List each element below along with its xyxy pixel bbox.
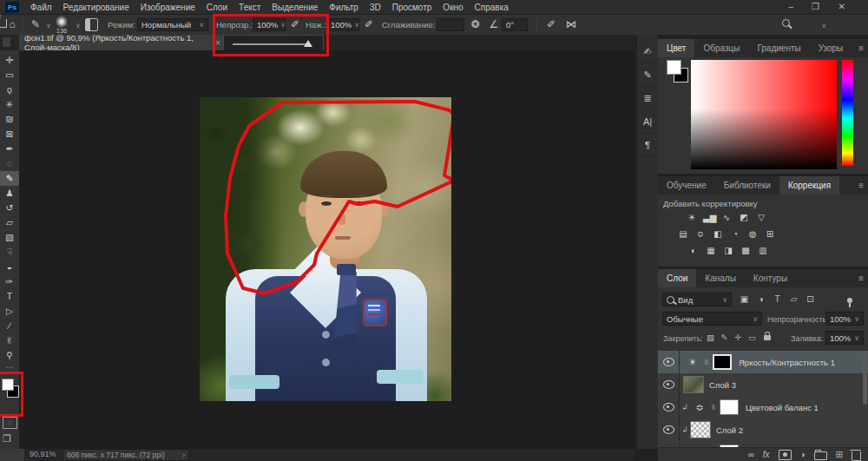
lock-all-icon[interactable] [764, 331, 771, 342]
canvas-area[interactable] [19, 50, 635, 449]
menu-item[interactable]: Текст [239, 3, 260, 12]
lock-artboard-icon[interactable]: ▭ [746, 332, 758, 344]
menu-item[interactable]: Слои [207, 3, 227, 12]
filter-smart-objects-icon[interactable]: ⊡ [804, 293, 817, 306]
menu-item[interactable]: 3D [370, 3, 381, 12]
clone-stamp-tool[interactable]: ♟ [0, 186, 19, 201]
brush-preset-icon[interactable]: ✎ [30, 15, 42, 35]
layer-row-layer2[interactable]: ↲ Слой 2 [658, 418, 868, 442]
layer-blend-mode-select[interactable]: Обычные ∨ [662, 312, 762, 326]
black-white-icon[interactable]: ◧ [712, 228, 724, 240]
lock-position-icon[interactable]: ✛ [733, 332, 744, 344]
layer-thumbnail[interactable] [690, 421, 711, 438]
toggle-brush-panel-icon[interactable] [85, 18, 98, 31]
zoom-tool[interactable]: ⚲ [0, 348, 19, 363]
curves-icon[interactable]: ∿ [720, 212, 733, 224]
eyedropper-tool[interactable]: ✒ [0, 142, 19, 156]
brushes-panel-icon[interactable]: ≣ [637, 87, 658, 110]
crop-tool[interactable]: ₪ [0, 112, 19, 127]
line-tool[interactable]: ∕ [0, 319, 19, 333]
filter-type-layers-icon[interactable]: T [771, 293, 784, 306]
gradient-tool[interactable]: ▧ [0, 230, 19, 245]
document-info-box[interactable]: 606 пикс. x 717 пикс. (72 ppi) › [62, 449, 189, 461]
brush-tool[interactable]: ✎ [0, 171, 19, 186]
tab-channels[interactable]: Каналы [696, 269, 745, 287]
saturation-brightness-field[interactable] [691, 60, 837, 169]
history-brush-tool[interactable]: ↺ [0, 201, 19, 215]
tab-libraries[interactable]: Библиотеки [715, 176, 779, 194]
brightness-contrast-icon[interactable]: ☀ [686, 212, 698, 224]
layer-mask-thumbnail[interactable] [720, 399, 739, 415]
tab-layers[interactable]: Слои [658, 269, 696, 287]
threshold-icon[interactable]: ◨ [722, 245, 734, 257]
foreground-color-swatch[interactable] [2, 379, 14, 391]
layer-name[interactable]: Слой 2 [716, 425, 743, 435]
hue-saturation-icon[interactable]: ▤ [677, 228, 689, 240]
opacity-slider-track[interactable] [233, 43, 309, 45]
visibility-toggle[interactable] [658, 373, 680, 396]
lasso-tool[interactable]: ϙ [0, 82, 19, 97]
menu-item[interactable]: Окно [443, 3, 463, 12]
layer-mask-thumbnail[interactable] [713, 354, 732, 370]
filter-adjustment-layers-icon[interactable]: ◑ [754, 293, 767, 306]
share-icon[interactable] [0, 19, 7, 28]
eraser-tool[interactable]: ▱ [0, 215, 19, 230]
layers-scrollbar[interactable] [863, 352, 867, 405]
layer-row-color-balance[interactable]: ↲ ≎ ∞ Цветовой баланс 1 [658, 396, 868, 419]
restore-button[interactable]: ❐ [812, 2, 819, 11]
airbrush-opacity-icon[interactable]: ✐ [289, 15, 301, 35]
add-mask-icon[interactable] [779, 450, 792, 460]
chevron-down-icon[interactable]: ∨ [821, 22, 826, 30]
layer-thumbnail[interactable] [683, 376, 704, 393]
brush-size-caret-icon[interactable]: ∨ [76, 22, 81, 30]
tab-paths[interactable]: Контуры [745, 269, 796, 287]
opacity-select[interactable]: 100% ∨ [253, 18, 286, 31]
filter-pixel-layers-icon[interactable]: ▣ [738, 293, 751, 306]
levels-icon[interactable]: ▃▆ [703, 212, 715, 224]
layer-row-layer3[interactable]: Слой 3 [658, 373, 868, 397]
gear-icon[interactable]: ❂ [470, 15, 482, 35]
gradient-map-icon[interactable]: ▥ [757, 245, 769, 257]
lock-transparency-icon[interactable]: ▨ [705, 332, 716, 344]
tab-swatches[interactable]: Образцы [694, 39, 748, 57]
tab-close-icon[interactable]: × [215, 38, 220, 48]
exposure-icon[interactable]: ◩ [738, 212, 750, 224]
healing-brush-tool[interactable]: ◌ [0, 156, 19, 171]
more-tools-icon[interactable]: ⋯ [0, 363, 19, 372]
visibility-toggle[interactable] [658, 418, 680, 441]
menu-item[interactable]: Редактирование [63, 3, 129, 12]
panel-menu-icon[interactable]: ≡ [858, 269, 864, 287]
brush-settings-panel-icon[interactable]: ✎ [637, 63, 658, 87]
brush-angle-field[interactable]: 0° [502, 18, 528, 31]
hue-slider[interactable] [842, 60, 853, 166]
layer-row-brightness-contrast[interactable]: ☀ ∞ Яркость/Контрастность 1 [658, 351, 868, 374]
panel-menu-icon[interactable]: ≡ [858, 39, 864, 57]
channel-mixer-icon[interactable]: ◍ [746, 228, 759, 240]
vibrance-icon[interactable]: ▽ [755, 212, 767, 224]
move-tool[interactable]: ✛ [0, 53, 19, 68]
flow-select[interactable]: 100% ∨ [326, 18, 359, 31]
layer-style-icon[interactable]: fx [763, 450, 770, 459]
tab-gradients[interactable]: Градиенты [748, 39, 809, 57]
new-layer-icon[interactable]: ⊞ [836, 450, 843, 459]
paragraph-panel-icon[interactable]: ¶ [637, 134, 658, 157]
layer-name[interactable]: Слой 3 [709, 380, 736, 390]
path-selection-tool[interactable]: ▷ [0, 304, 19, 319]
smoothing-field[interactable] [437, 18, 464, 31]
color-lookup-icon[interactable]: ⊞ [764, 228, 776, 240]
layer-row-curves[interactable]: ↲ ∿ ∞ Кривые 1 [658, 441, 868, 447]
smudge-tool[interactable]: ☟ [0, 245, 19, 260]
menu-item[interactable]: Выделение [272, 3, 318, 12]
filter-pin-icon[interactable] [847, 295, 852, 305]
posterize-icon[interactable]: ▦ [705, 245, 717, 257]
new-group-icon[interactable] [814, 451, 827, 460]
brush-preset-caret-icon[interactable]: ∨ [46, 22, 51, 30]
foreground-color-swatch[interactable] [667, 60, 681, 75]
blend-mode-select[interactable]: Нормальный ∨ [137, 18, 208, 31]
hand-tool[interactable]: ✌ [0, 333, 19, 348]
airbrush-flow-icon[interactable]: ✐ [363, 15, 375, 35]
airbrush-pressure-icon[interactable]: ✐ [545, 15, 557, 35]
paint-symmetry-icon[interactable]: ⋈ [564, 15, 578, 35]
link-layers-icon[interactable]: ∞ [748, 450, 754, 459]
home-icon[interactable]: ⌂ [5, 15, 19, 35]
